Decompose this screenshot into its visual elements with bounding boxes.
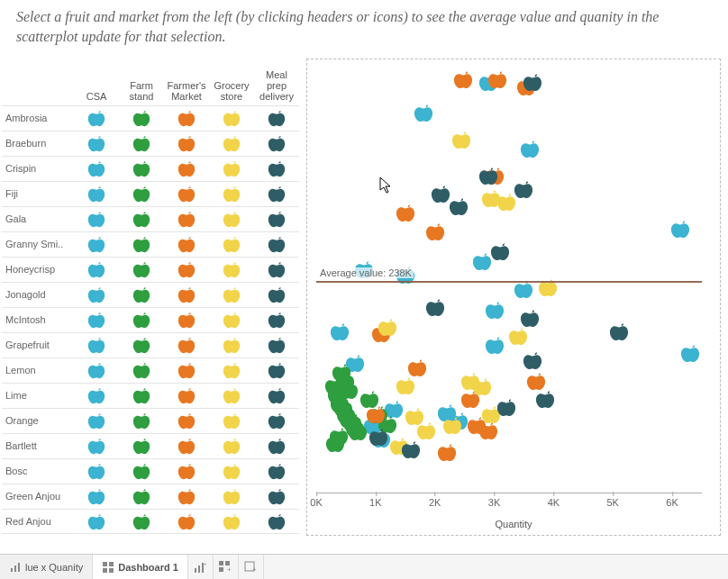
- cell-honeycrisp-farmers_market[interactable]: [164, 260, 209, 278]
- data-point[interactable]: [366, 404, 386, 426]
- row-label-bosc[interactable]: Bosc: [2, 466, 74, 476]
- cell-jonagold-meal_prep[interactable]: [254, 285, 299, 303]
- data-point[interactable]: [396, 375, 415, 397]
- cell-honeycrisp-farm_stand[interactable]: [119, 260, 164, 278]
- row-label-honeycrisp[interactable]: Honeycrisp: [2, 264, 74, 275]
- data-point[interactable]: [514, 179, 533, 201]
- data-point[interactable]: [520, 139, 540, 160]
- data-point[interactable]: [414, 103, 433, 124]
- cell-crispin-grocery_store[interactable]: [209, 159, 254, 177]
- scatterplot[interactable]: Average value: 238K 0K1K2K3K4K5K6K Quant…: [306, 59, 721, 536]
- cell-orange-csa[interactable]: [74, 412, 119, 430]
- cell-ambrosia-farm_stand[interactable]: [119, 109, 164, 127]
- data-point[interactable]: [535, 389, 555, 411]
- cell-orange-farm_stand[interactable]: [119, 412, 164, 430]
- data-point[interactable]: [496, 397, 516, 419]
- data-point[interactable]: [437, 442, 457, 464]
- cell-mcintosh-farm_stand[interactable]: [119, 311, 164, 329]
- cell-redanjou-farmers_market[interactable]: [164, 512, 209, 530]
- data-point[interactable]: [449, 196, 469, 218]
- cell-lemon-grocery_store[interactable]: [209, 361, 254, 379]
- cell-lemon-farmers_market[interactable]: [164, 361, 209, 379]
- cell-fiji-grocery_store[interactable]: [209, 185, 254, 203]
- data-point[interactable]: [487, 69, 507, 91]
- cell-ambrosia-grocery_store[interactable]: [209, 109, 254, 127]
- tab-dashboard-1[interactable]: Dashboard 1: [93, 555, 188, 579]
- cell-mcintosh-grocery_store[interactable]: [209, 311, 254, 329]
- cell-braeburn-farm_stand[interactable]: [119, 134, 164, 152]
- cell-orange-grocery_store[interactable]: [209, 412, 254, 430]
- cell-ambrosia-meal_prep[interactable]: [254, 109, 299, 127]
- data-point[interactable]: [325, 433, 345, 455]
- cell-grannysmi-farm_stand[interactable]: [119, 235, 164, 253]
- cell-gala-grocery_store[interactable]: [209, 210, 254, 228]
- cell-lime-meal_prep[interactable]: [254, 386, 299, 404]
- cell-greenanjou-grocery_store[interactable]: [209, 487, 254, 505]
- cell-honeycrisp-csa[interactable]: [74, 260, 119, 278]
- cell-crispin-farmers_market[interactable]: [164, 159, 209, 177]
- cell-lemon-farm_stand[interactable]: [119, 361, 164, 379]
- cell-braeburn-grocery_store[interactable]: [209, 134, 254, 152]
- cell-bartlett-grocery_store[interactable]: [209, 437, 254, 455]
- cell-redanjou-csa[interactable]: [74, 512, 119, 530]
- cell-jonagold-farmers_market[interactable]: [164, 285, 209, 303]
- cell-greenanjou-meal_prep[interactable]: [254, 487, 299, 505]
- data-point[interactable]: [453, 69, 473, 91]
- data-point[interactable]: [451, 130, 471, 151]
- row-label-grapefruit[interactable]: Grapefruit: [2, 339, 74, 350]
- cell-jonagold-grocery_store[interactable]: [209, 285, 254, 303]
- tab-value-quantity[interactable]: lue x Quanity: [0, 555, 93, 579]
- cell-grapefruit-grocery_store[interactable]: [209, 336, 254, 354]
- new-dashboard-button[interactable]: +: [214, 555, 239, 579]
- row-label-jonagold[interactable]: Jonagold: [2, 289, 74, 300]
- data-point[interactable]: [520, 308, 540, 330]
- cell-bosc-grocery_store[interactable]: [209, 462, 254, 480]
- cell-lime-csa[interactable]: [74, 386, 119, 404]
- cell-redanjou-farm_stand[interactable]: [119, 512, 164, 530]
- cell-jonagold-farm_stand[interactable]: [119, 285, 164, 303]
- data-point[interactable]: [472, 251, 492, 273]
- row-label-lime[interactable]: Lime: [2, 390, 74, 401]
- new-story-button[interactable]: +: [239, 555, 264, 579]
- cell-redanjou-meal_prep[interactable]: [254, 512, 299, 530]
- cell-bartlett-meal_prep[interactable]: [254, 437, 299, 455]
- cell-fiji-farmers_market[interactable]: [164, 185, 209, 203]
- cell-lime-grocery_store[interactable]: [209, 386, 254, 404]
- row-label-mcintosh[interactable]: McIntosh: [2, 314, 74, 325]
- data-point[interactable]: [485, 335, 505, 357]
- col-header-meal-prep[interactable]: Mealprepdelivery: [254, 69, 299, 105]
- row-label-greenanjou[interactable]: Green Anjou: [2, 491, 74, 502]
- cell-orange-meal_prep[interactable]: [254, 412, 299, 430]
- cell-braeburn-csa[interactable]: [74, 134, 119, 152]
- cell-grannysmi-grocery_store[interactable]: [209, 235, 254, 253]
- data-point[interactable]: [339, 380, 359, 402]
- cell-grannysmi-meal_prep[interactable]: [254, 235, 299, 253]
- data-point[interactable]: [670, 219, 690, 240]
- data-point[interactable]: [485, 300, 505, 321]
- row-label-orange[interactable]: Orange: [2, 415, 74, 426]
- cell-bosc-farmers_market[interactable]: [164, 462, 209, 480]
- cell-ambrosia-csa[interactable]: [74, 109, 119, 127]
- cell-gala-meal_prep[interactable]: [254, 210, 299, 228]
- cell-bartlett-farm_stand[interactable]: [119, 437, 164, 455]
- cell-lime-farm_stand[interactable]: [119, 386, 164, 404]
- cell-crispin-farm_stand[interactable]: [119, 159, 164, 177]
- data-point[interactable]: [425, 222, 445, 243]
- cell-greenanjou-farm_stand[interactable]: [119, 487, 164, 505]
- row-label-gala[interactable]: Gala: [2, 213, 74, 224]
- col-header-grocery-store[interactable]: Grocerystore: [209, 80, 254, 105]
- cell-lemon-csa[interactable]: [74, 361, 119, 379]
- cell-gala-farm_stand[interactable]: [119, 210, 164, 228]
- data-point[interactable]: [523, 72, 542, 94]
- data-point[interactable]: [478, 166, 498, 187]
- cell-mcintosh-csa[interactable]: [74, 311, 119, 329]
- cell-gala-farmers_market[interactable]: [164, 210, 209, 228]
- row-label-grannysmi[interactable]: Granny Smi..: [2, 239, 74, 249]
- cell-grapefruit-farmers_market[interactable]: [164, 336, 209, 354]
- data-point[interactable]: [401, 439, 421, 461]
- cell-redanjou-grocery_store[interactable]: [209, 512, 254, 530]
- data-point[interactable]: [348, 421, 368, 443]
- row-label-braeburn[interactable]: Braeburn: [2, 138, 74, 149]
- col-header-farm-stand[interactable]: Farmstand: [119, 80, 164, 105]
- cell-lime-farmers_market[interactable]: [164, 386, 209, 404]
